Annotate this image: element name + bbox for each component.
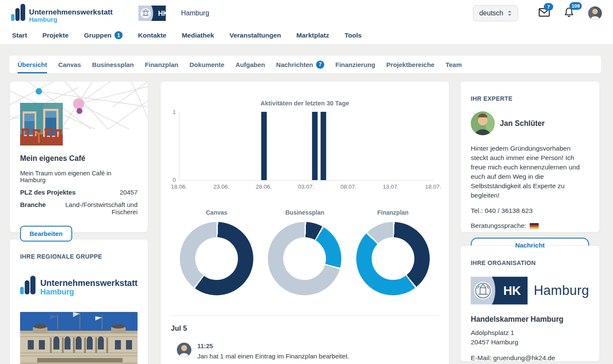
tab-uebersicht[interactable]: Übersicht (12, 55, 53, 73)
language-select[interactable]: deutsch (473, 5, 518, 21)
tab-nachrichten[interactable]: Nachrichten 7 (270, 55, 330, 73)
bar-chart-plot: 1 0 (179, 112, 433, 181)
german-flag-icon (530, 223, 539, 229)
user-avatar[interactable] (588, 6, 602, 20)
organisation-heading: IHRE ORGANISATION (471, 259, 589, 266)
notifications-button[interactable]: 109 (564, 7, 574, 19)
donut-canvas-title: Canvas (173, 209, 261, 216)
expert-phone: Tel.: 040 / 36138 623 (471, 207, 589, 215)
nav-item-veranstaltungen[interactable]: Veranstaltungen (229, 32, 281, 39)
logo-subtitle: Hamburg (29, 16, 113, 23)
donut-businessplan-chart (268, 222, 341, 295)
hk-logo-icon: HK (138, 5, 178, 21)
plz-value: 20457 (120, 189, 138, 196)
primary-nav: Start Projekte Gruppen 1 Kontakte Mediat… (0, 26, 613, 44)
nav-item-tools[interactable]: Tools (344, 32, 361, 39)
expert-card: IHR EXPERTE Jan Schlüter Hinter jedem Gr… (460, 81, 600, 233)
nav-item-gruppen[interactable]: Gruppen 1 (84, 31, 123, 39)
tab-dokumente[interactable]: Dokumente (184, 55, 230, 73)
timeline-date: Jul 5 (171, 324, 439, 332)
tab-aufgaben[interactable]: Aufgaben (230, 55, 270, 73)
project-card: Mein eigenes Café Mein Traum vom eigenen… (9, 81, 148, 233)
nav-item-mediathek[interactable]: Mediathek (182, 32, 214, 39)
branche-value: Land-/Forstwirtschaft und Fischerei (50, 201, 138, 215)
donut-charts: Canvas Businessplan Finanzplan (171, 209, 439, 295)
svg-text:HK: HK (503, 284, 521, 297)
organisation-address-line1: Adolphsplatz 1 (471, 328, 589, 338)
messages-button[interactable]: 7 (539, 8, 550, 18)
notifications-count-badge: 109 (569, 2, 582, 10)
nav-item-start[interactable]: Start (12, 32, 27, 39)
bar-chart-title: Aktivitäten der letzten 30 Tage (171, 100, 439, 107)
expert-language-label: Beratungssprache: (471, 222, 526, 230)
nachrichten-count-badge: 7 (316, 61, 324, 69)
language-value: deutsch (479, 9, 503, 17)
regional-group-photo (20, 312, 138, 364)
project-photo (20, 103, 63, 146)
y-axis-max-label: 1 (173, 109, 176, 115)
tab-finanzierung[interactable]: Finanzierung (330, 55, 381, 73)
donut-businessplan-title: Businessplan (261, 209, 349, 216)
logo-bars-icon (20, 274, 36, 297)
organisation-card: IHRE ORGANISATION HK Hamburg (460, 245, 600, 361)
logo-bars-icon (11, 3, 26, 24)
project-title: Mein eigenes Café (20, 154, 138, 163)
app-header: Unternehmenswerkstatt Hamburg HK Hamburg… (0, 0, 613, 26)
regional-logo-subtitle: Hamburg (40, 288, 138, 297)
partner-logo[interactable]: HK Hamburg (138, 5, 209, 21)
organisation-logo: HK Hamburg (471, 276, 589, 305)
regional-logo-title: Unternehmenswerkstatt (40, 279, 138, 288)
messages-count-badge: 7 (544, 3, 553, 11)
expert-name: Jan Schlüter (500, 119, 545, 128)
logo-title: Unternehmenswerkstatt (29, 9, 113, 16)
svg-text:HK: HK (158, 10, 168, 17)
tab-businessplan[interactable]: Businessplan (87, 55, 140, 73)
up-down-arrows-icon (507, 10, 512, 16)
hk-logo-city: Hamburg (181, 9, 209, 17)
tab-canvas[interactable]: Canvas (53, 55, 86, 73)
donut-finanzplan-chart (356, 222, 430, 295)
organisation-name: Handelskammer Hamburg (471, 315, 589, 324)
donut-canvas-chart (180, 222, 253, 295)
overview-card: Aktivitäten der letzten 30 Tage 1 0 18.0… (160, 81, 449, 364)
project-description: Mein Traum vom eigenen Café in Hamburg (20, 170, 138, 183)
expert-bio: Hinter jedem Gründungsvorhaben steckt au… (471, 144, 589, 200)
nav-item-projekte[interactable]: Projekte (42, 32, 68, 39)
organisation-address-line2: 20457 Hamburg (471, 338, 589, 347)
timeline-entry: 11:25 Jan hat 1 mal einen Eintrag im Fin… (171, 343, 439, 360)
app-logo[interactable]: Unternehmenswerkstatt Hamburg (11, 3, 113, 24)
nav-item-kontakte[interactable]: Kontakte (138, 32, 166, 39)
nav-item-marktplatz[interactable]: Marktplatz (296, 32, 329, 39)
bar-chart-xticks: 18.06. 23.06. 28.06. 03.07. 08.07. 13.07… (179, 183, 433, 191)
branche-label: Branche (20, 201, 46, 215)
regional-group-logo[interactable]: Unternehmenswerkstatt Hamburg (20, 274, 138, 297)
y-axis-min-label: 0 (173, 177, 176, 183)
tab-team[interactable]: Team (440, 55, 467, 73)
hk-logo-icon: HK (471, 276, 528, 305)
donut-finanzplan-title: Finanzplan (349, 209, 437, 216)
timeline-entry-text: Jan hat 1 mal einen Eintrag im Finanzpla… (197, 352, 349, 360)
gruppen-count-badge: 1 (114, 31, 123, 39)
regional-group-card: IHRE REGIONALE GRUPPE Unternehmenswerkst… (9, 239, 148, 364)
organisation-logo-city: Hamburg (534, 283, 589, 298)
expert-avatar (471, 111, 495, 135)
regional-group-heading: IHRE REGIONALE GRUPPE (20, 253, 138, 260)
project-tabs: Übersicht Canvas Businessplan Finanzplan… (9, 55, 601, 73)
edit-project-button[interactable]: Bearbeiten (20, 226, 72, 242)
timeline-divider (171, 315, 439, 316)
expert-heading: IHR EXPERTE (471, 95, 589, 102)
tab-finanzplan[interactable]: Finanzplan (139, 55, 184, 73)
organisation-email: E-Mail: gruendung@hk24.de (471, 354, 589, 362)
plz-label: PLZ des Projektes (20, 189, 76, 196)
timeline-entry-avatar (177, 343, 191, 357)
timeline-entry-time: 11:25 (197, 343, 349, 349)
tab-projektbereiche[interactable]: Projektbereiche (381, 55, 440, 73)
